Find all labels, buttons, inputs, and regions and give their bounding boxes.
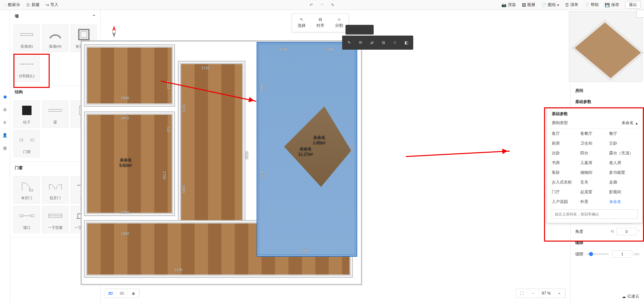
new-button[interactable]: 🗋新建 [26,2,40,8]
column-tool[interactable]: 柱子 [13,100,40,128]
star-icon[interactable]: ☆ [389,37,400,48]
arc-wall-tool[interactable]: 弧墙(H) [42,24,68,52]
svg-rect-7 [19,139,23,141]
view-2d-button[interactable]: 2D [105,289,116,298]
cube-icon[interactable] [636,10,644,18]
opt-master[interactable]: 主卧 [609,141,638,146]
eraser-icon[interactable]: ◧ [400,37,412,48]
opt-unnamed[interactable]: 未命名 [609,199,638,205]
rail-lamp-icon[interactable]: ♛ [2,119,8,125]
help-icon: ❔ [584,3,589,7]
opt-kitchen[interactable]: 厨房 [552,141,580,146]
opt-living[interactable]: 客厅 [552,131,580,137]
selected-room[interactable]: 未命名11.17m² 未命名1.65m² 1240 1240 1480 3690… [257,42,357,257]
opt-walkin[interactable]: 步入式衣柜 [552,180,580,185]
opt-exterior[interactable]: 外景 [580,199,609,205]
opt-elder[interactable]: 老人房 [609,160,638,166]
opt-study[interactable]: 书房 [552,160,580,166]
angle-label: 角度 [575,229,583,235]
app-logo[interactable]: ◌ 酷家乐 [3,2,20,8]
import-icon: ↪ [46,3,49,7]
rotate-icon[interactable]: ⟳ [355,37,366,48]
redo-button[interactable]: ↷ [320,3,324,7]
opt-corridor[interactable]: 走廊 [609,180,638,185]
custom-room-name-input[interactable] [552,209,638,219]
rail-print-icon[interactable]: 🖶 [2,107,8,113]
dim: 1350 [121,210,129,214]
window-tool[interactable]: 一字型窗 [42,206,68,233]
edit-icon[interactable]: ✎ [343,37,355,48]
brush-button[interactable]: ✎ [331,3,334,7]
opt-guest[interactable]: 客卧 [552,170,580,175]
angle-input[interactable] [616,228,637,235]
gap-slider[interactable] [587,253,609,255]
single-door-tool[interactable]: 单开门 [13,176,40,204]
gap-header: 缝隙 [571,237,644,248]
flip-icon[interactable]: ⇄ [366,37,378,48]
room-a[interactable] [86,46,173,105]
dim: 3690 [260,170,264,178]
straight-wall-tool[interactable]: 直墙(B) [13,24,40,52]
fullscreen-button[interactable]: ⛶ [516,289,528,298]
opt-sitting[interactable]: 起居室 [580,189,609,195]
zoom-in-button[interactable]: + [554,289,565,298]
split-line-tool[interactable]: 分割线(L) [13,54,40,82]
gap-input[interactable] [612,250,632,258]
list-icon: ☰ [565,3,569,7]
beam-tool[interactable]: 梁 [42,100,68,128]
compass-icon [111,25,117,38]
top-bar: ◌ 酷家乐 🗋新建 ↪导入 ↶ ↷ ✎ 📷渲染 🖼图册 📄图纸 ▾ ☰清单 ❔帮… [0,0,644,10]
opening-tool[interactable]: 门洞 [13,130,40,157]
rail-cabinet-icon[interactable]: ▦ [2,145,8,151]
wall-section-header[interactable]: 墙⌃ [10,10,100,22]
platform-design-tag[interactable]: 地台设计▸ [345,25,374,35]
inner-platform[interactable] [284,106,351,187]
undo-button[interactable]: ↶ [310,3,313,7]
opt-hall[interactable]: 门厅 [552,189,580,195]
opt-kids[interactable]: 儿童房 [580,160,609,166]
double-door-tool[interactable]: 双开门 [42,176,68,204]
album-button[interactable]: 🖼图册 [522,2,535,8]
help-button[interactable]: ❔帮助 [584,2,599,8]
zoom-value: 97 % [539,289,554,298]
yakou-tool[interactable]: 垭口 [13,206,40,233]
split-icon: ⊹ [337,17,341,22]
dim: 1480 [260,83,264,91]
opt-multi[interactable]: 多功能室 [609,170,638,175]
walkthrough-button[interactable]: ◉ [128,289,139,298]
render-button[interactable]: 📷渲染 [501,2,516,8]
drawing-button[interactable]: 📄图纸 ▾ [541,2,559,8]
svg-rect-14 [31,215,34,217]
import-button[interactable]: ↪导入 [46,2,58,8]
opt-livingdining[interactable]: 客餐厅 [580,131,609,137]
opt-bathroom[interactable]: 卫生间 [580,141,609,146]
opt-dining[interactable]: 餐厅 [609,131,638,137]
zoom-out-button[interactable]: − [528,289,539,298]
align-tool[interactable]: ⊟对齐 [311,14,330,32]
opt-garden[interactable]: 入户花园 [552,199,580,205]
dim: 1700 [162,171,166,179]
chevron-right-icon: ▸ [368,28,370,32]
context-toolbar: ✎ ⟳ ⇄ ⧉ ☆ ◧ [342,36,413,50]
rotate-ccw-icon[interactable]: ⟲ [610,229,614,234]
angle-row: 角度 ⟲ ° [571,226,644,237]
opt-secondary[interactable]: 次卧 [552,150,580,156]
rail-user-icon[interactable]: 👤 [2,132,8,138]
opt-terrace[interactable]: 露台（无顶） [609,150,638,156]
svg-rect-4 [22,106,32,115]
dim: 1210 [201,66,209,70]
list-button[interactable]: ☰清单 [565,2,578,8]
opt-storage[interactable]: 储物间 [580,170,609,175]
rail-home-icon[interactable]: ⬢ [2,94,8,100]
exit-button[interactable]: 退出 [625,1,641,9]
svg-rect-0 [21,34,33,36]
opt-foyer[interactable]: 玄关 [580,180,609,185]
opt-balcony[interactable]: 阳台 [580,150,609,156]
select-tool[interactable]: ↖选择 [292,14,311,32]
view-3d-button[interactable]: 3D [116,289,128,298]
minimap[interactable] [569,11,643,82]
copy-icon[interactable]: ⧉ [378,37,389,48]
save-button[interactable]: 💾保存 [605,2,619,8]
dim: 1970 [182,104,186,112]
opt-theater[interactable]: 影视间 [609,189,638,195]
